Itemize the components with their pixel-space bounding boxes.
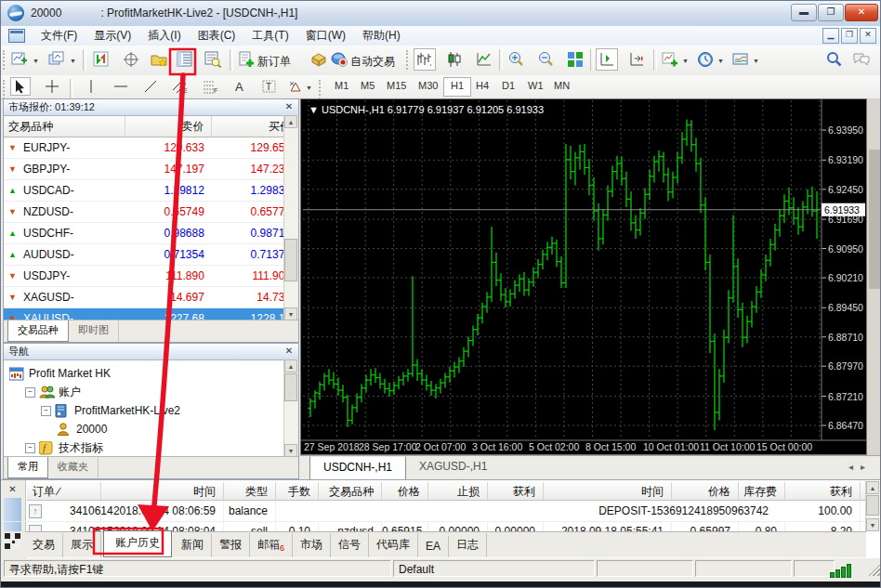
child-restore-button[interactable]: ❐: [841, 28, 858, 44]
terminal-column-1[interactable]: 时间: [101, 482, 224, 501]
terminal-tab-4[interactable]: 警报: [212, 533, 250, 557]
terminal-column-4[interactable]: 交易品种: [319, 482, 382, 501]
scroll-up-icon[interactable]: ▲: [866, 481, 879, 494]
terminal-column-7[interactable]: 获利: [488, 482, 544, 501]
zoom-in-button[interactable]: [505, 48, 527, 71]
menu-item-3[interactable]: 图表(C): [190, 26, 244, 46]
navigator-item-1[interactable]: −账户: [4, 383, 298, 401]
terminal-column-5[interactable]: 价格: [382, 482, 428, 501]
indicators-button[interactable]: [659, 48, 681, 71]
timeframe-mn[interactable]: MN: [547, 77, 576, 95]
toolbar-grip[interactable]: [3, 50, 7, 70]
chart-side-scrollbar[interactable]: [867, 98, 881, 453]
terminal-tab-0[interactable]: 交易: [25, 533, 63, 557]
crosshair-button[interactable]: [42, 77, 62, 96]
timeframe-m30[interactable]: M30: [412, 77, 444, 95]
child-close-button[interactable]: ✕: [860, 28, 876, 44]
navigator-item-0[interactable]: Profit Market HK: [4, 364, 298, 383]
chart-tab-arrows[interactable]: ◂▸: [848, 462, 873, 472]
market-watch-row-xagusd[interactable]: ▼XAGUSD-14.69714.731: [4, 287, 298, 308]
fibonacci-button[interactable]: F: [200, 77, 220, 96]
terminal-column-2[interactable]: 类型: [224, 482, 276, 501]
terminal-tab-9[interactable]: EA: [418, 536, 449, 557]
timeframe-m1[interactable]: M1: [328, 77, 355, 95]
minimize-button[interactable]: ▬: [791, 4, 817, 21]
profiles-button[interactable]: [46, 48, 68, 71]
terminal-tab-5[interactable]: 邮箱6: [250, 533, 293, 557]
terminal-close-icon[interactable]: ✕: [7, 483, 19, 495]
toolbar-grip[interactable]: [3, 80, 7, 99]
market-watch-row-usdchf[interactable]: ▲USDCHF-0.986880.98712: [4, 223, 298, 244]
cursor-button[interactable]: [10, 77, 31, 96]
text-button[interactable]: A: [230, 77, 250, 96]
terminal-column-9[interactable]: 价格: [672, 482, 739, 501]
terminal-row-3410614[interactable]: ↑34106142018.09.14 08:06:59balanceDEPOSI…: [1, 501, 865, 522]
menu-item-2[interactable]: 插入(I): [139, 26, 189, 46]
zoom-out-button[interactable]: [534, 48, 557, 71]
close-button[interactable]: ✕: [845, 4, 878, 21]
templates-dropdown[interactable]: ▼: [753, 58, 759, 64]
child-minimize-button[interactable]: ▁: [822, 28, 839, 44]
market-watch-row-usdcad[interactable]: ▲USDCAD-1.298121.29834: [4, 180, 298, 202]
scroll-down-icon[interactable]: ▼: [284, 444, 297, 457]
horizontal-line-button[interactable]: [111, 77, 131, 96]
market-watch-row-gbpjpy[interactable]: ▼GBPJPY-147.197147.233: [4, 159, 298, 180]
menu-item-4[interactable]: 工具(T): [243, 26, 296, 46]
tick-chart-button[interactable]: [90, 48, 112, 71]
terminal-tab-2[interactable]: 账户历史: [103, 530, 172, 557]
trendline-button[interactable]: [140, 77, 161, 96]
menu-item-5[interactable]: 窗口(W): [297, 26, 354, 46]
terminal-column-10[interactable]: 库存费: [739, 482, 785, 501]
toolbar-grip[interactable]: [406, 50, 411, 70]
menu-item-1[interactable]: 显示(V): [85, 26, 139, 46]
navigator-item-3[interactable]: 20000: [4, 420, 298, 438]
terminal-scrollbar[interactable]: ▲ ▼: [865, 481, 881, 531]
terminal-tab-10[interactable]: 日志: [449, 533, 487, 557]
terminal-tab-6[interactable]: 市场: [293, 533, 331, 557]
market-watch-scrollbar[interactable]: ▲ ▼: [283, 115, 298, 320]
terminal-tab-7[interactable]: 信号: [331, 533, 369, 557]
tree-expander-icon[interactable]: −: [41, 406, 51, 416]
scroll-down-icon[interactable]: ▼: [866, 518, 879, 531]
scroll-thumb[interactable]: [866, 495, 879, 516]
terminal-tab-3[interactable]: 新闻: [174, 533, 212, 557]
periods-dropdown[interactable]: ▼: [717, 58, 724, 64]
market-watch-button[interactable]: [174, 48, 196, 71]
market-watch-close-icon[interactable]: ✕: [283, 101, 295, 112]
market-watch-row-eurjpy[interactable]: ▼EURJPY-129.633129.655: [4, 137, 298, 159]
candle-chart-mode-button[interactable]: [443, 48, 466, 71]
terminal-column-3[interactable]: 手数: [276, 482, 319, 501]
scroll-down-icon[interactable]: ▼: [284, 307, 297, 320]
timeframe-w1[interactable]: W1: [521, 77, 550, 95]
timeframe-h1[interactable]: H1: [443, 77, 471, 97]
price-chart[interactable]: 6.939506.931906.924506.916906.909506.902…: [300, 98, 867, 455]
tab-common[interactable]: 常用: [7, 457, 48, 478]
chart-shift-button[interactable]: [596, 48, 618, 71]
terminal-tab-1[interactable]: 展示: [63, 533, 101, 557]
terminal-column-6[interactable]: 止损: [428, 482, 488, 501]
tile-windows-button[interactable]: [564, 48, 586, 71]
navigator-item-4[interactable]: −f技术指标: [4, 438, 298, 457]
vertical-line-button[interactable]: [81, 77, 101, 96]
autotrading-button[interactable]: 自动交易: [350, 54, 395, 70]
scroll-up-icon[interactable]: ▲: [284, 115, 297, 128]
navigator-item-2[interactable]: −ProfitMarketHK-Live2: [4, 401, 298, 420]
scroll-thumb[interactable]: [284, 239, 297, 281]
terminal-column-8[interactable]: 时间: [544, 482, 672, 501]
toolbar-grip[interactable]: [319, 80, 323, 99]
menu-item-0[interactable]: 文件(F): [33, 26, 85, 46]
line-chart-mode-button[interactable]: [473, 48, 495, 71]
periods-button[interactable]: [694, 48, 717, 71]
bar-chart-mode-button[interactable]: [414, 48, 436, 71]
channel-button[interactable]: E: [170, 77, 191, 96]
navigator-folder-button[interactable]: [148, 48, 170, 71]
search-icon[interactable]: [822, 48, 845, 71]
new-chart-button[interactable]: [8, 48, 31, 71]
column-symbol[interactable]: 交易品种: [4, 116, 125, 137]
new-chart-dropdown[interactable]: ▼: [33, 58, 39, 64]
status-profile[interactable]: Default: [393, 560, 595, 577]
auto-scroll-button[interactable]: [625, 48, 648, 71]
market-watch-row-audusd[interactable]: ▲AUDUSD-0.713540.71373: [4, 244, 298, 266]
data-window-button[interactable]: [202, 48, 224, 71]
market-watch-row-usdjpy[interactable]: ▼USDJPY-111.890111.906: [4, 266, 298, 287]
